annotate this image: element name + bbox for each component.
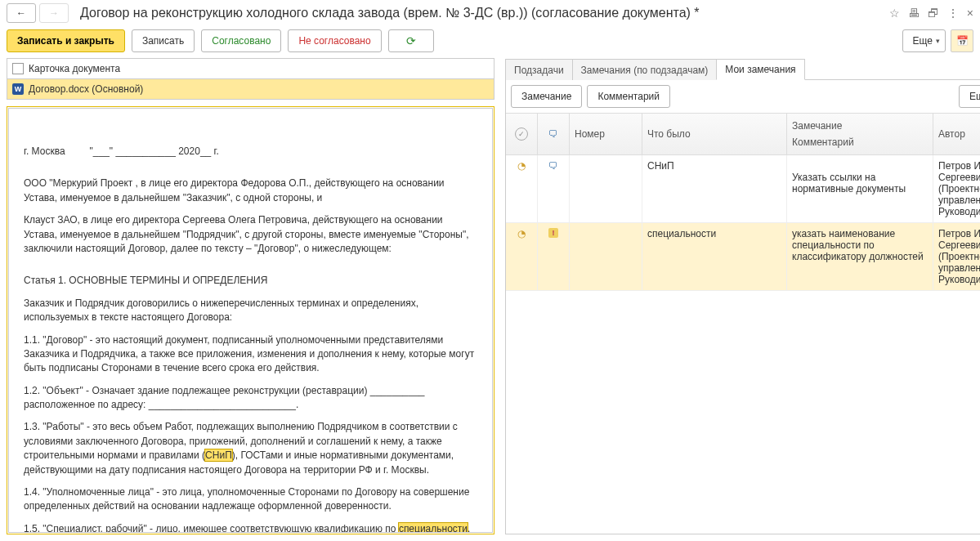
col-check[interactable]: ✓ <box>506 114 538 154</box>
forward-button: → <box>39 3 69 23</box>
preview-wrap: г. Москва "___" ___________ 2020__ г. ОО… <box>7 106 494 534</box>
save-close-button[interactable]: Записать и закрыть <box>7 29 125 52</box>
col-was[interactable]: Что было <box>642 114 787 154</box>
remark-button[interactable]: Замечание <box>511 85 582 108</box>
refresh-button[interactable]: ⟳ <box>388 29 434 52</box>
chevron-down-icon: ▾ <box>936 37 940 45</box>
cell-number <box>570 223 642 290</box>
remarks-more-button[interactable]: Еще▾ <box>959 85 980 108</box>
chat-icon: 🗨 <box>548 160 558 172</box>
table-row[interactable]: ◔ ! специальности указать наименование с… <box>506 223 980 291</box>
warning-icon: ! <box>548 228 558 238</box>
preview-text: 1.4. "Уполномоченные лица" - это лица, у… <box>24 485 477 514</box>
cell-was: СНиП <box>642 155 787 222</box>
cell-was: специальности <box>642 223 787 290</box>
reject-button[interactable]: Не согласовано <box>288 29 381 52</box>
preview-text: Клауст ЗАО, в лице его директора Сергеев… <box>24 213 477 256</box>
col-note-label: Замечание <box>792 118 842 134</box>
document-card-row[interactable]: Карточка документа <box>7 58 494 79</box>
approve-button[interactable]: Согласовано <box>201 29 281 52</box>
table-body: ◔ 🗨 СНиП Указать ссылки на нормативные д… <box>506 155 980 534</box>
preview-heading: Статья 1. ОСНОВНЫЕ ТЕРМИНЫ И ОПРЕДЕЛЕНИЯ <box>24 274 477 288</box>
comment-button[interactable]: Комментарий <box>587 85 670 108</box>
tabs: Подзадачи Замечания (по подзадачам) Мои … <box>505 58 980 80</box>
preview-text: 1.2. "Объект" - Означает здание подлежащ… <box>24 384 477 413</box>
tab-subtasks[interactable]: Подзадачи <box>505 59 573 80</box>
highlight-snip[interactable]: СНиП <box>205 449 232 461</box>
arrow-right-icon: → <box>49 7 59 19</box>
col-comment-label: Комментарий <box>792 134 854 150</box>
file-label: Договор.docx (Основной) <box>29 83 143 95</box>
col-number[interactable]: Номер <box>570 114 642 154</box>
check-header-icon: ✓ <box>515 127 528 141</box>
word-icon: W <box>12 83 24 95</box>
file-row[interactable]: W Договор.docx (Основной) <box>7 79 494 100</box>
more-icon[interactable]: ⋮ <box>947 7 959 20</box>
document-card-label: Карточка документа <box>29 63 120 74</box>
link-icon[interactable]: 🗗 <box>928 7 939 20</box>
save-button[interactable]: Записать <box>132 29 195 52</box>
print-icon[interactable]: 🖶 <box>908 7 920 20</box>
more-button[interactable]: Еще▾ <box>902 29 946 52</box>
right-pane: Подзадачи Замечания (по подзадачам) Мои … <box>502 55 980 541</box>
chat-icon: 🗨 <box>548 128 558 140</box>
table-header: ✓ 🗨 Номер Что было Замечание Комментарий… <box>506 113 980 155</box>
tab-remarks-by-subtasks[interactable]: Замечания (по подзадачам) <box>572 59 718 80</box>
preview-text: 1.3. "Работы" - это весь объем Работ, по… <box>24 420 477 477</box>
tab-my-remarks[interactable]: Мои замечания <box>716 59 804 80</box>
cell-number <box>570 155 642 222</box>
clock-icon: ◔ <box>517 228 526 239</box>
preview-text: "___" ___________ 2020__ г. <box>90 145 219 157</box>
preview-text: 1.5. "Специалист, рабочий" - лицо, имеющ… <box>24 522 477 533</box>
calendar-icon: 📅 <box>956 35 969 47</box>
left-pane: Карточка документа W Договор.docx (Основ… <box>0 55 502 541</box>
titlebar: ← → Договор на реконструкцию холодного с… <box>0 0 980 27</box>
document-preview[interactable]: г. Москва "___" ___________ 2020__ г. ОО… <box>8 108 493 533</box>
preview-text: Заказчик и Подрядчик договорились о ниже… <box>24 297 477 325</box>
preview-text: г. Москва <box>24 145 65 157</box>
close-icon[interactable]: × <box>967 7 973 20</box>
table-row[interactable]: ◔ 🗨 СНиП Указать ссылки на нормативные д… <box>506 155 980 223</box>
preview-text: ООО "Меркурий Проект , в лице его директ… <box>24 177 477 205</box>
col-type[interactable]: 🗨 <box>538 114 570 154</box>
cell-author: Петров Игорь Сергеевич (Проектное управл… <box>933 223 980 290</box>
remarks-toolbar: Замечание Комментарий Еще▾ <box>506 80 980 113</box>
preview-text: 1.1. "Договор" - это настоящий документ,… <box>24 333 477 376</box>
calendar-button[interactable]: 📅 <box>951 29 973 52</box>
back-button[interactable]: ← <box>7 3 36 23</box>
main-toolbar: Записать и закрыть Записать Согласовано … <box>0 27 980 55</box>
col-author[interactable]: Автор <box>933 114 980 154</box>
cell-note: указать наименование специальности по кл… <box>787 223 933 290</box>
highlight-specialty[interactable]: специальности <box>399 523 468 533</box>
tab-body: Замечание Комментарий Еще▾ ✓ 🗨 Номер Что… <box>505 80 980 534</box>
arrow-left-icon: ← <box>16 7 26 19</box>
cell-note: Указать ссылки на нормативные документы <box>787 155 933 222</box>
star-icon[interactable]: ☆ <box>889 7 900 20</box>
cell-author: Петров Игорь Сергеевич (Проектное управл… <box>933 155 980 222</box>
card-icon <box>12 63 24 74</box>
page-title: Договор на реконструкцию холодного склад… <box>80 6 700 20</box>
col-note[interactable]: Замечание Комментарий <box>787 114 933 154</box>
clock-icon: ◔ <box>517 160 526 172</box>
